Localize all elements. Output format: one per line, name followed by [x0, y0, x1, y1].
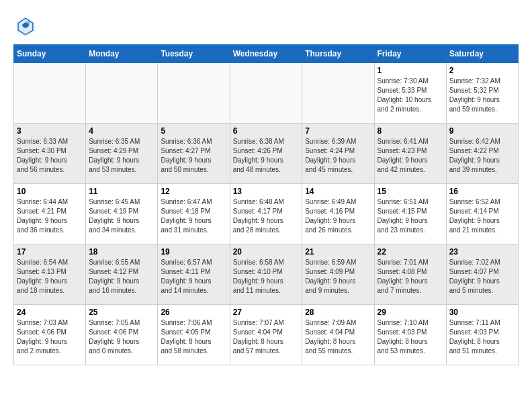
- weekday-header-row: SundayMondayTuesdayWednesdayThursdayFrid…: [14, 45, 519, 63]
- calendar-day: 20Sunrise: 6:58 AM Sunset: 4:10 PM Dayli…: [230, 244, 302, 305]
- day-info: Sunrise: 6:39 AM Sunset: 4:24 PM Dayligh…: [305, 137, 371, 175]
- day-number: 27: [233, 308, 300, 317]
- calendar-day: 23Sunrise: 7:02 AM Sunset: 4:07 PM Dayli…: [446, 244, 518, 305]
- day-number: 21: [305, 247, 371, 257]
- calendar-day: 15Sunrise: 6:51 AM Sunset: 4:15 PM Dayli…: [374, 184, 446, 244]
- day-number: 16: [449, 187, 515, 196]
- calendar-day: 25Sunrise: 7:05 AM Sunset: 4:06 PM Dayli…: [86, 305, 158, 365]
- logo: [13, 13, 42, 38]
- day-info: Sunrise: 6:36 AM Sunset: 4:27 PM Dayligh…: [161, 137, 226, 175]
- calendar-day: 2Sunrise: 7:32 AM Sunset: 5:32 PM Daylig…: [446, 63, 518, 124]
- calendar-week-row: 24Sunrise: 7:03 AM Sunset: 4:06 PM Dayli…: [14, 305, 519, 365]
- calendar-day: 27Sunrise: 7:07 AM Sunset: 4:04 PM Dayli…: [230, 305, 302, 365]
- day-info: Sunrise: 7:02 AM Sunset: 4:07 PM Dayligh…: [449, 258, 515, 295]
- day-number: 2: [449, 66, 515, 75]
- day-number: 13: [233, 187, 300, 196]
- day-info: Sunrise: 7:06 AM Sunset: 4:05 PM Dayligh…: [161, 318, 226, 356]
- day-info: Sunrise: 6:51 AM Sunset: 4:15 PM Dayligh…: [378, 197, 443, 235]
- calendar-week-row: 10Sunrise: 6:44 AM Sunset: 4:21 PM Dayli…: [14, 184, 519, 244]
- day-number: 9: [449, 126, 515, 136]
- calendar-day: 11Sunrise: 6:45 AM Sunset: 4:19 PM Dayli…: [86, 184, 158, 244]
- weekday-header: Tuesday: [158, 45, 230, 63]
- day-info: Sunrise: 6:47 AM Sunset: 4:18 PM Dayligh…: [161, 197, 226, 235]
- calendar-day: [230, 63, 302, 124]
- day-number: 26: [161, 308, 226, 317]
- day-info: Sunrise: 7:30 AM Sunset: 5:33 PM Dayligh…: [378, 77, 443, 114]
- weekday-header: Thursday: [302, 45, 374, 63]
- day-number: 11: [89, 187, 154, 196]
- day-number: 17: [17, 247, 83, 257]
- calendar-day: 16Sunrise: 6:52 AM Sunset: 4:14 PM Dayli…: [446, 184, 518, 244]
- weekday-header: Monday: [86, 45, 158, 63]
- day-info: Sunrise: 6:44 AM Sunset: 4:21 PM Dayligh…: [17, 197, 83, 235]
- calendar-day: 3Sunrise: 6:33 AM Sunset: 4:30 PM Daylig…: [14, 124, 86, 184]
- day-number: 25: [89, 308, 154, 317]
- day-number: 5: [161, 126, 226, 136]
- day-info: Sunrise: 7:09 AM Sunset: 4:04 PM Dayligh…: [305, 318, 371, 356]
- day-number: 22: [378, 247, 443, 257]
- day-number: 18: [89, 247, 154, 257]
- day-number: 12: [161, 187, 226, 196]
- svg-point-2: [26, 21, 30, 25]
- day-number: 24: [17, 308, 83, 317]
- day-number: 20: [233, 247, 300, 257]
- calendar-day: 26Sunrise: 7:06 AM Sunset: 4:05 PM Dayli…: [158, 305, 230, 365]
- day-info: Sunrise: 6:33 AM Sunset: 4:30 PM Dayligh…: [17, 137, 83, 175]
- calendar-day: 5Sunrise: 6:36 AM Sunset: 4:27 PM Daylig…: [158, 124, 230, 184]
- day-number: 28: [305, 308, 371, 317]
- day-info: Sunrise: 6:54 AM Sunset: 4:13 PM Dayligh…: [17, 258, 83, 295]
- calendar-day: 10Sunrise: 6:44 AM Sunset: 4:21 PM Dayli…: [14, 184, 86, 244]
- day-info: Sunrise: 7:10 AM Sunset: 4:03 PM Dayligh…: [378, 318, 443, 356]
- calendar-day: 8Sunrise: 6:41 AM Sunset: 4:23 PM Daylig…: [374, 124, 446, 184]
- day-number: 8: [378, 126, 443, 136]
- day-info: Sunrise: 6:57 AM Sunset: 4:11 PM Dayligh…: [161, 258, 226, 295]
- calendar-day: 12Sunrise: 6:47 AM Sunset: 4:18 PM Dayli…: [158, 184, 230, 244]
- weekday-header: Saturday: [446, 45, 518, 63]
- calendar-day: 4Sunrise: 6:35 AM Sunset: 4:29 PM Daylig…: [86, 124, 158, 184]
- day-info: Sunrise: 6:41 AM Sunset: 4:23 PM Dayligh…: [378, 137, 443, 175]
- day-info: Sunrise: 6:45 AM Sunset: 4:19 PM Dayligh…: [89, 197, 154, 235]
- day-number: 3: [17, 126, 83, 136]
- day-info: Sunrise: 7:05 AM Sunset: 4:06 PM Dayligh…: [89, 318, 154, 356]
- day-number: 7: [305, 126, 371, 136]
- day-info: Sunrise: 7:11 AM Sunset: 4:03 PM Dayligh…: [449, 318, 515, 356]
- calendar-day: 24Sunrise: 7:03 AM Sunset: 4:06 PM Dayli…: [14, 305, 86, 365]
- day-info: Sunrise: 7:32 AM Sunset: 5:32 PM Dayligh…: [449, 77, 515, 114]
- calendar-day: [86, 63, 158, 124]
- day-info: Sunrise: 6:38 AM Sunset: 4:26 PM Dayligh…: [233, 137, 300, 175]
- calendar-day: 6Sunrise: 6:38 AM Sunset: 4:26 PM Daylig…: [230, 124, 302, 184]
- day-number: 30: [449, 308, 515, 317]
- page-header: [13, 13, 519, 38]
- day-info: Sunrise: 6:59 AM Sunset: 4:09 PM Dayligh…: [305, 258, 371, 295]
- calendar-day: 9Sunrise: 6:42 AM Sunset: 4:22 PM Daylig…: [446, 124, 518, 184]
- calendar-day: 1Sunrise: 7:30 AM Sunset: 5:33 PM Daylig…: [374, 63, 446, 124]
- day-number: 10: [17, 187, 83, 196]
- calendar-table: SundayMondayTuesdayWednesdayThursdayFrid…: [13, 44, 519, 365]
- day-info: Sunrise: 7:07 AM Sunset: 4:04 PM Dayligh…: [233, 318, 300, 356]
- weekday-header: Sunday: [14, 45, 86, 63]
- calendar-day: 17Sunrise: 6:54 AM Sunset: 4:13 PM Dayli…: [14, 244, 86, 305]
- calendar-day: 21Sunrise: 6:59 AM Sunset: 4:09 PM Dayli…: [302, 244, 374, 305]
- day-number: 15: [378, 187, 443, 196]
- calendar-day: 14Sunrise: 6:49 AM Sunset: 4:16 PM Dayli…: [302, 184, 374, 244]
- weekday-header: Friday: [374, 45, 446, 63]
- day-number: 1: [378, 66, 443, 75]
- calendar-day: 30Sunrise: 7:11 AM Sunset: 4:03 PM Dayli…: [446, 305, 518, 365]
- calendar-day: 18Sunrise: 6:55 AM Sunset: 4:12 PM Dayli…: [86, 244, 158, 305]
- day-info: Sunrise: 6:48 AM Sunset: 4:17 PM Dayligh…: [233, 197, 300, 235]
- calendar-day: 28Sunrise: 7:09 AM Sunset: 4:04 PM Dayli…: [302, 305, 374, 365]
- weekday-header: Wednesday: [230, 45, 302, 63]
- day-number: 19: [161, 247, 226, 257]
- calendar-day: 22Sunrise: 7:01 AM Sunset: 4:08 PM Dayli…: [374, 244, 446, 305]
- calendar-week-row: 1Sunrise: 7:30 AM Sunset: 5:33 PM Daylig…: [14, 63, 519, 124]
- calendar-day: [302, 63, 374, 124]
- calendar-day: 13Sunrise: 6:48 AM Sunset: 4:17 PM Dayli…: [230, 184, 302, 244]
- calendar-week-row: 3Sunrise: 6:33 AM Sunset: 4:30 PM Daylig…: [14, 124, 519, 184]
- day-info: Sunrise: 6:52 AM Sunset: 4:14 PM Dayligh…: [449, 197, 515, 235]
- day-info: Sunrise: 7:01 AM Sunset: 4:08 PM Dayligh…: [378, 258, 443, 295]
- day-info: Sunrise: 6:49 AM Sunset: 4:16 PM Dayligh…: [305, 197, 371, 235]
- logo-icon: [13, 13, 38, 38]
- day-info: Sunrise: 6:35 AM Sunset: 4:29 PM Dayligh…: [89, 137, 154, 175]
- day-info: Sunrise: 7:03 AM Sunset: 4:06 PM Dayligh…: [17, 318, 83, 356]
- day-number: 29: [378, 308, 443, 317]
